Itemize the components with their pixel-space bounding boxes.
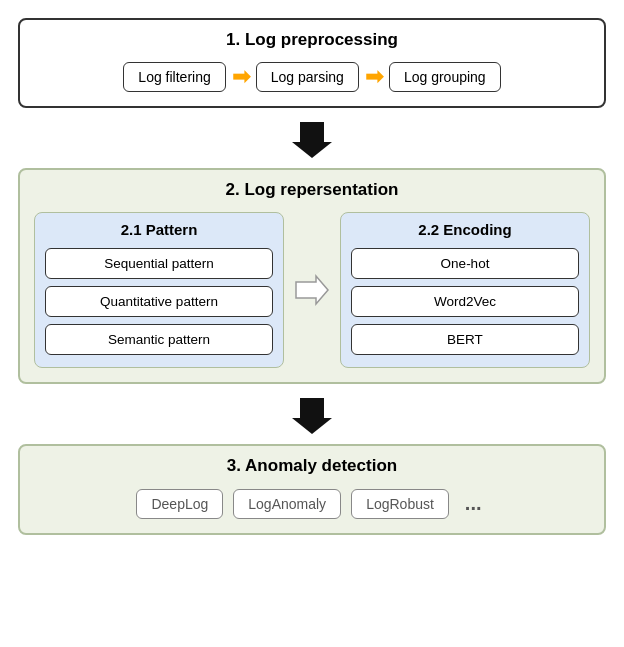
pipeline-box-filtering: Log filtering bbox=[123, 62, 225, 92]
svg-marker-2 bbox=[292, 398, 332, 434]
section1-log-preprocessing: 1. Log preprocessing Log filtering ➡ Log… bbox=[18, 18, 606, 108]
section3-item-1: LogAnomaly bbox=[233, 489, 341, 519]
section3-row: DeepLog LogAnomaly LogRobust ... bbox=[34, 488, 590, 519]
pattern-item-0: Sequential pattern bbox=[45, 248, 273, 279]
encoding-title: 2.2 Encoding bbox=[351, 221, 579, 238]
arrow-orange-1: ➡ bbox=[232, 64, 250, 90]
encoding-item-1: Word2Vec bbox=[351, 286, 579, 317]
section1-title: 1. Log preprocessing bbox=[34, 30, 590, 50]
subsection-encoding: 2.2 Encoding One-hot Word2Vec BERT bbox=[340, 212, 590, 368]
section3-item-2: LogRobust bbox=[351, 489, 449, 519]
big-arrow-down-2 bbox=[18, 394, 606, 434]
pipeline-box-parsing: Log parsing bbox=[256, 62, 359, 92]
big-arrow-down-icon-1 bbox=[292, 118, 332, 158]
subsection-pattern: 2.1 Pattern Sequential pattern Quantitat… bbox=[34, 212, 284, 368]
svg-marker-1 bbox=[296, 276, 328, 304]
mid-arrow-icon bbox=[294, 272, 330, 308]
section2-inner: 2.1 Pattern Sequential pattern Quantitat… bbox=[34, 212, 590, 368]
pipeline-box-grouping: Log grouping bbox=[389, 62, 501, 92]
pattern-item-1: Quantitative pattern bbox=[45, 286, 273, 317]
section2-log-representation: 2. Log repersentation 2.1 Pattern Sequen… bbox=[18, 168, 606, 384]
encoding-item-2: BERT bbox=[351, 324, 579, 355]
pipeline-row: Log filtering ➡ Log parsing ➡ Log groupi… bbox=[34, 62, 590, 92]
arrow-orange-2: ➡ bbox=[365, 64, 383, 90]
pattern-item-2: Semantic pattern bbox=[45, 324, 273, 355]
big-arrow-down-icon-2 bbox=[292, 394, 332, 434]
section2-title: 2. Log repersentation bbox=[34, 180, 590, 200]
section3-item-0: DeepLog bbox=[136, 489, 223, 519]
section3-title: 3. Anomaly detection bbox=[34, 456, 590, 476]
encoding-item-0: One-hot bbox=[351, 248, 579, 279]
svg-marker-0 bbox=[292, 122, 332, 158]
section3-anomaly-detection: 3. Anomaly detection DeepLog LogAnomaly … bbox=[18, 444, 606, 535]
mid-arrow bbox=[294, 272, 330, 308]
big-arrow-down-1 bbox=[18, 118, 606, 158]
section3-more: ... bbox=[459, 488, 488, 519]
pattern-title: 2.1 Pattern bbox=[45, 221, 273, 238]
